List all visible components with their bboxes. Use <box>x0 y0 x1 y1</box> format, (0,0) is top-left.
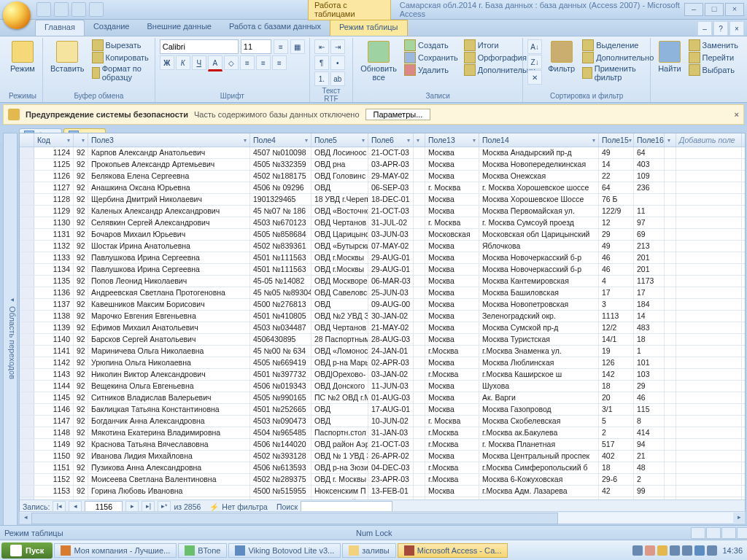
cell[interactable]: 1133 <box>34 252 74 263</box>
cell[interactable]: Москва Новочеркасский б-р <box>479 264 599 275</box>
cell[interactable]: 06-SEP-03 <box>368 182 414 193</box>
cell[interactable]: 4503 №090473 <box>250 416 311 427</box>
cell[interactable]: 10-JUN-02 <box>368 416 414 427</box>
cell[interactable]: 1129 <box>34 206 74 217</box>
cell[interactable]: 1125 <box>34 159 74 170</box>
cell[interactable]: 103 <box>634 369 665 380</box>
cell[interactable]: 17-AUG-01 <box>368 404 414 415</box>
cell[interactable] <box>665 159 676 170</box>
cell[interactable]: ОВД Лосиноос <box>311 147 368 158</box>
cell[interactable]: 4505 №669419 <box>250 357 311 368</box>
goto-button[interactable]: Перейти <box>687 52 740 63</box>
cell[interactable]: 45 №07 № 186 <box>250 206 311 217</box>
cell[interactable]: 115 <box>634 404 665 415</box>
cell[interactable]: ОВД №2 УВД З <box>311 311 368 322</box>
row-selector[interactable] <box>20 462 34 473</box>
cell[interactable]: 4502 №839361 <box>250 241 311 252</box>
cell[interactable]: г. Москва Сумсоуй проезд <box>479 217 599 228</box>
cell[interactable] <box>414 381 425 392</box>
save-icon[interactable] <box>36 2 51 17</box>
cell[interactable]: Павлушкова Ирина Сергеевна <box>88 252 250 263</box>
table-row[interactable]: 112692Белякова Елена Сергеевна4502 №1881… <box>20 171 745 182</box>
table-row[interactable]: 115492Мякинина Нина Анатольевна450061542… <box>20 497 745 499</box>
col-header[interactable]: ▾ <box>74 133 88 147</box>
cell[interactable]: Кавешников Максим Борисович <box>88 299 250 310</box>
cell[interactable]: 1138 <box>34 311 74 322</box>
cell[interactable]: ОВД Чертанов <box>311 217 368 228</box>
cell[interactable]: 94 <box>634 439 665 450</box>
cell[interactable]: 45 №00 № 634 <box>250 346 311 357</box>
table-row[interactable]: 112892Щербина Дмитрий Николаевич19013294… <box>20 194 745 206</box>
cell[interactable]: г.Москва <box>425 427 479 438</box>
row-selector[interactable] <box>20 416 34 427</box>
tab-dbtools[interactable]: Работа с базами данных <box>220 20 330 36</box>
cell[interactable]: г. Москва <box>425 217 479 228</box>
cell[interactable]: г.Москва <box>425 369 479 380</box>
cell[interactable] <box>665 206 676 217</box>
cell[interactable]: 4501 №111563 <box>250 252 311 263</box>
cell[interactable]: Ак. Варги <box>479 392 599 403</box>
cell[interactable] <box>676 439 742 450</box>
cell[interactable]: Москва Газопровод <box>479 404 599 415</box>
cell[interactable]: 122/9 <box>599 206 634 217</box>
cell[interactable] <box>414 159 425 170</box>
cell[interactable]: 1130 <box>34 217 74 228</box>
cell[interactable]: 1148 <box>34 427 74 438</box>
tray-icon[interactable] <box>632 545 643 556</box>
cell[interactable] <box>665 252 676 263</box>
cell[interactable]: Москва <box>425 486 479 497</box>
cell[interactable] <box>665 462 676 473</box>
cell[interactable]: 1126 <box>34 171 74 182</box>
cell[interactable] <box>676 287 742 298</box>
cell[interactable]: 1152 <box>34 474 74 485</box>
cell[interactable] <box>414 147 425 158</box>
cell[interactable]: 403 <box>634 159 665 170</box>
cell[interactable]: Москва <box>425 159 479 170</box>
cell[interactable] <box>676 497 742 499</box>
cell[interactable] <box>665 369 676 380</box>
scroll-thumb[interactable] <box>31 513 558 524</box>
table-row[interactable]: 114192Мариничева Ольга Николаевна45 №00 … <box>20 346 745 357</box>
cell[interactable]: 92 <box>74 147 88 158</box>
cell[interactable]: 21-MAY-02 <box>368 322 414 333</box>
indent-dec-icon[interactable]: ⇤ <box>314 39 329 54</box>
tray-icon[interactable] <box>657 545 667 556</box>
cell[interactable]: 12 <box>599 217 634 228</box>
table-row[interactable]: 113592Попов Леонид Николаевич45-05 №1408… <box>20 276 745 287</box>
cell[interactable]: 92 <box>74 427 88 438</box>
align-center-button[interactable]: ≡ <box>256 55 271 70</box>
cell[interactable] <box>414 252 425 263</box>
cell[interactable]: г. Москва Планетная <box>479 439 599 450</box>
cell[interactable] <box>676 217 742 228</box>
cell[interactable]: г.Москва <box>425 346 479 357</box>
fill-color-button[interactable]: ◇ <box>224 55 239 70</box>
cell[interactable]: 45 №05 №89304 <box>250 287 311 298</box>
cell[interactable] <box>676 264 742 275</box>
table-row[interactable]: 112492Карпов Александр Анатольевич4507 №… <box>20 147 745 159</box>
cell[interactable] <box>665 194 676 205</box>
cell[interactable] <box>414 287 425 298</box>
cell[interactable] <box>665 264 676 275</box>
cell[interactable]: 21 <box>634 451 665 462</box>
navigation-pane-collapsed[interactable]: ▸ Область переходов <box>3 133 18 535</box>
cell[interactable]: Николин Виктор Александрович <box>88 369 250 380</box>
table-row[interactable]: 114292Урюпина Ольга Николаевна4505 №6694… <box>20 357 745 369</box>
cell[interactable]: 92 <box>74 229 88 240</box>
cell[interactable]: Баклицкая Татьяна Константиновна <box>88 404 250 415</box>
cell[interactable]: Ефимов Михаил Анатольевич <box>88 322 250 333</box>
cell[interactable]: 12/2 <box>599 322 634 333</box>
scroll-left-icon[interactable]: ◂ <box>20 513 31 523</box>
cell[interactable]: Мякотина Екатерина Владимировна <box>88 427 250 438</box>
cell[interactable] <box>676 486 742 497</box>
cell[interactable]: 2 <box>599 427 634 438</box>
cell[interactable]: Москва Онежская <box>479 171 599 182</box>
cell[interactable]: Москва <box>425 206 479 217</box>
cell[interactable]: Москва Новопеределкинская <box>479 159 599 170</box>
cell[interactable]: 28 Паспортным ст <box>311 334 368 345</box>
tray-icon[interactable] <box>707 545 717 556</box>
cell[interactable]: Москва 6-Кожуховская <box>479 474 599 485</box>
taskbar-item[interactable]: заливы <box>342 543 395 558</box>
table-row[interactable]: 115392Горина Любовь Ивановна4500 №515955… <box>20 486 745 497</box>
cell[interactable]: Прокопьев Александр Артемьевич <box>88 159 250 170</box>
col-header[interactable]: Поле13▾ <box>425 133 479 147</box>
